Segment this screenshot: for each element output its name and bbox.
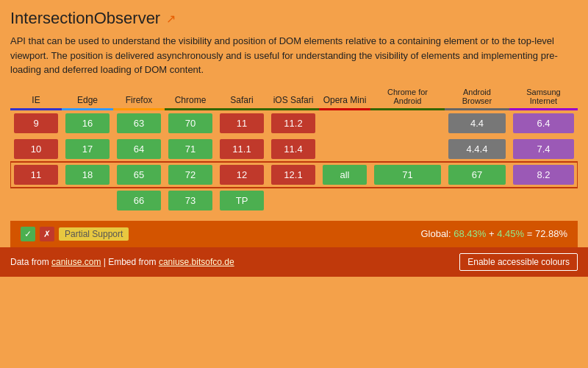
footer-text: Data from caniuse.com | Embed from caniu… (10, 257, 234, 267)
table-cell (445, 188, 509, 213)
cell-value: 12.1 (271, 165, 315, 185)
legend-check-icon: ✓ (21, 227, 35, 241)
cell-value: 73 (168, 191, 212, 210)
compat-tbody: 91663701111.2 4.46.41017647111.111.4 4.4… (10, 109, 578, 213)
table-cell: 8.2 (509, 162, 578, 188)
table-cell (319, 109, 370, 136)
cell-value: 18 (65, 165, 110, 185)
global-plus: + (489, 228, 495, 239)
table-cell: 70 (165, 109, 216, 136)
table-cell: all (319, 162, 370, 188)
cell-value: 11.2 (271, 113, 315, 133)
header-ios-safari: iOS Safari (268, 86, 319, 110)
table-cell: 16 (62, 109, 113, 136)
cell-value: 64 (117, 139, 161, 159)
table-cell (509, 188, 578, 213)
table-cell: 71 (370, 162, 445, 188)
table-cell: 10 (10, 136, 62, 162)
header-edge: Edge (62, 86, 113, 110)
header-samsung: Samsung Internet (509, 86, 578, 110)
bitsofco-link[interactable]: caniuse.bitsofco.de (159, 257, 234, 267)
cell-value: 16 (65, 113, 110, 133)
accessible-colours-button[interactable]: Enable accessible colours (459, 253, 578, 271)
table-cell: 6.4 (509, 109, 578, 136)
table-row: 1017647111.111.4 4.4.47.4 (10, 136, 578, 162)
header-android-browser: Android Browser (445, 86, 509, 110)
cell-value: 17 (65, 139, 110, 159)
table-cell (370, 188, 445, 213)
table-cell: 11.4 (268, 136, 319, 162)
cell-value: 10 (14, 139, 58, 159)
table-cell: 11 (10, 162, 62, 188)
compat-table: IE Edge Firefox Chrome Safari iOS Safari… (10, 86, 578, 213)
header-safari: Safari (216, 86, 268, 110)
global-pct2: 4.45% (497, 228, 524, 239)
cell-value: 8.2 (513, 165, 574, 185)
cell-value: 12 (220, 165, 264, 185)
table-cell (370, 109, 445, 136)
table-cell: 4.4 (445, 109, 509, 136)
table-cell (319, 136, 370, 162)
cell-value: 7.4 (513, 139, 574, 159)
cell-value: 11 (14, 165, 58, 185)
cell-value: 65 (117, 165, 161, 185)
table-cell: TP (216, 188, 268, 213)
table-cell: 64 (113, 136, 165, 162)
table-cell: 72 (165, 162, 216, 188)
cell-value: 11.1 (220, 139, 264, 159)
header-chrome: Chrome (165, 86, 216, 110)
table-wrapper: IE Edge Firefox Chrome Safari iOS Safari… (10, 86, 578, 213)
bottom-bar: ✓ ✗ Partial Support Global: 68.43% + 4.4… (10, 221, 578, 247)
cell-value: 66 (117, 191, 161, 210)
cell-value: 63 (117, 113, 161, 133)
header-opera-mini: Opera Mini (319, 86, 370, 110)
cell-value: 11 (220, 113, 264, 133)
table-cell: 11.2 (268, 109, 319, 136)
cell-value: 71 (374, 165, 441, 185)
cell-value: 4.4.4 (448, 139, 506, 159)
table-cell: 7.4 (509, 136, 578, 162)
table-row: 91663701111.2 4.46.4 (10, 109, 578, 136)
table-cell: 12.1 (268, 162, 319, 188)
header-chrome-android: Chrome for Android (370, 86, 445, 110)
table-cell: 9 (10, 109, 62, 136)
cell-value: 6.4 (513, 113, 574, 133)
table-cell: 66 (113, 188, 165, 213)
description: API that can be used to understand the v… (10, 34, 578, 77)
global-equals: = (527, 228, 533, 239)
caniuse-link[interactable]: caniuse.com (51, 257, 101, 267)
table-row: 6673TP (10, 188, 578, 213)
cell-value: 70 (168, 113, 212, 133)
cell-value: 71 (168, 139, 212, 159)
table-cell: 17 (62, 136, 113, 162)
header-firefox: Firefox (113, 86, 165, 110)
legend-cross-icon: ✗ (40, 227, 54, 241)
global-pct1: 68.43% (453, 228, 486, 239)
cell-value: 11.4 (271, 139, 315, 159)
external-link-icon[interactable]: ↗ (166, 12, 176, 26)
main-container: IntersectionObserver ↗ API that can be u… (0, 0, 588, 247)
legend-partial-label: Partial Support (59, 227, 129, 241)
cell-value: 67 (448, 165, 506, 185)
table-cell (319, 188, 370, 213)
table-cell: 63 (113, 109, 165, 136)
table-cell: 11.1 (216, 136, 268, 162)
global-prefix: Global: (420, 228, 451, 239)
table-cell (62, 188, 113, 213)
cell-value: TP (220, 191, 264, 210)
table-cell: 11 (216, 109, 268, 136)
footer-bar: Data from caniuse.com | Embed from caniu… (0, 247, 588, 277)
table-cell (370, 136, 445, 162)
table-cell: 71 (165, 136, 216, 162)
table-cell: 73 (165, 188, 216, 213)
cell-value: all (323, 165, 367, 185)
table-cell (10, 188, 62, 213)
page-title: IntersectionObserver (10, 9, 160, 28)
table-cell: 4.4.4 (445, 136, 509, 162)
cell-value: 9 (14, 113, 58, 133)
table-cell: 18 (62, 162, 113, 188)
header-ie: IE (10, 86, 62, 110)
table-cell: 67 (445, 162, 509, 188)
cell-value: 4.4 (448, 113, 506, 133)
cell-value: 72 (168, 165, 212, 185)
